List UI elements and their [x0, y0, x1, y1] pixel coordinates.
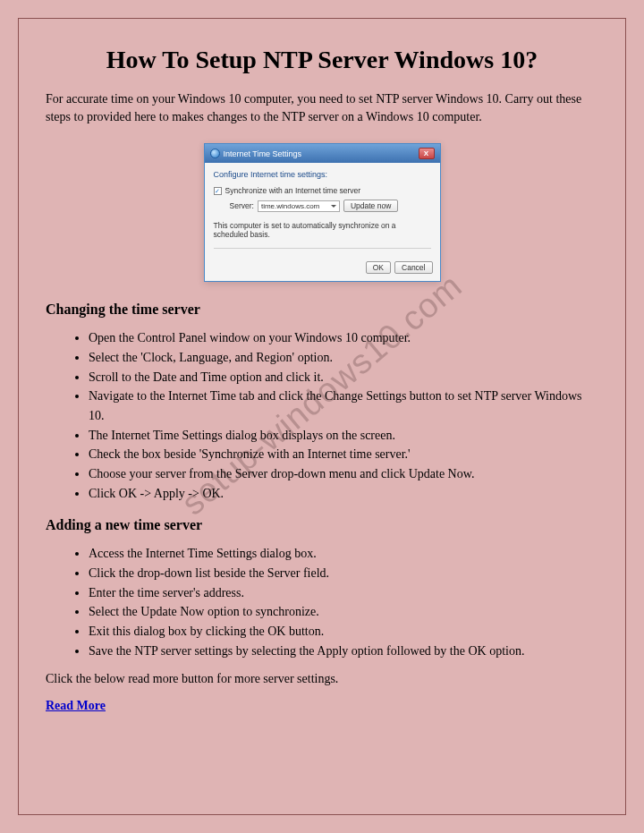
globe-icon	[210, 149, 220, 158]
sync-checkbox[interactable]: ✓	[214, 187, 222, 195]
list-item: Enter the time server's address.	[89, 583, 598, 603]
sync-label: Synchronize with an Internet time server	[225, 186, 361, 195]
chevron-down-icon	[331, 205, 336, 208]
list-item: Click OK -> Apply -> OK.	[89, 484, 598, 504]
list-item: Check the box beside 'Synchronize with a…	[89, 445, 598, 464]
update-now-button[interactable]: Update now	[343, 200, 398, 212]
dialog-title-left: Internet Time Settings	[210, 149, 302, 158]
ok-button[interactable]: OK	[366, 261, 391, 274]
list-item: Save the NTP server settings by selectin…	[89, 642, 598, 661]
dialog-screenshot-container: Internet Time Settings X Configure Inter…	[46, 143, 598, 282]
close-icon[interactable]: X	[419, 148, 435, 159]
list-item: Exit this dialog box by clicking the OK …	[89, 622, 598, 642]
cancel-button[interactable]: Cancel	[394, 261, 432, 274]
server-dropdown[interactable]: time.windows.com	[258, 200, 340, 212]
sync-row: ✓ Synchronize with an Internet time serv…	[214, 186, 431, 195]
dialog-footer: OK Cancel	[205, 261, 440, 281]
list-item: Scroll to the Date and Time option and c…	[89, 368, 598, 387]
list-item: Access the Internet Time Settings dialog…	[89, 544, 598, 564]
document-page: setup-windows10.com How To Setup NTP Ser…	[18, 18, 626, 815]
list-item: Choose your server from the Server drop-…	[89, 464, 598, 484]
dialog-body-title: Configure Internet time settings:	[214, 170, 431, 179]
section1-heading: Changing the time server	[46, 302, 598, 318]
list-item: The Internet Time Settings dialog box di…	[89, 426, 598, 446]
page-title: How To Setup NTP Server Windows 10?	[46, 46, 598, 74]
dialog-body: Configure Internet time settings: ✓ Sync…	[205, 163, 440, 261]
section2-list: Access the Internet Time Settings dialog…	[89, 544, 598, 660]
dialog-divider	[214, 248, 431, 249]
server-row: Server: time.windows.com Update now	[214, 200, 431, 212]
server-value: time.windows.com	[261, 202, 319, 210]
section1-list: Open the Control Panel window on your Wi…	[89, 328, 598, 503]
read-more-link[interactable]: Read More	[46, 699, 106, 712]
dialog-status-text: This computer is set to automatically sy…	[214, 221, 431, 239]
server-label: Server:	[230, 201, 254, 210]
internet-time-settings-dialog: Internet Time Settings X Configure Inter…	[204, 143, 441, 282]
closing-paragraph: Click the below read more button for mor…	[46, 672, 598, 686]
section2-heading: Adding a new time server	[46, 517, 598, 533]
list-item: Open the Control Panel window on your Wi…	[89, 328, 598, 348]
dialog-title-text: Internet Time Settings	[224, 149, 302, 158]
list-item: Select the 'Clock, Language, and Region'…	[89, 348, 598, 368]
dialog-titlebar: Internet Time Settings X	[205, 144, 440, 163]
list-item: Select the Update Now option to synchron…	[89, 602, 598, 622]
list-item: Click the drop-down list beside the Serv…	[89, 564, 598, 583]
list-item: Navigate to the Internet Time tab and cl…	[89, 387, 598, 425]
intro-paragraph: For accurate time on your Windows 10 com…	[46, 90, 598, 125]
